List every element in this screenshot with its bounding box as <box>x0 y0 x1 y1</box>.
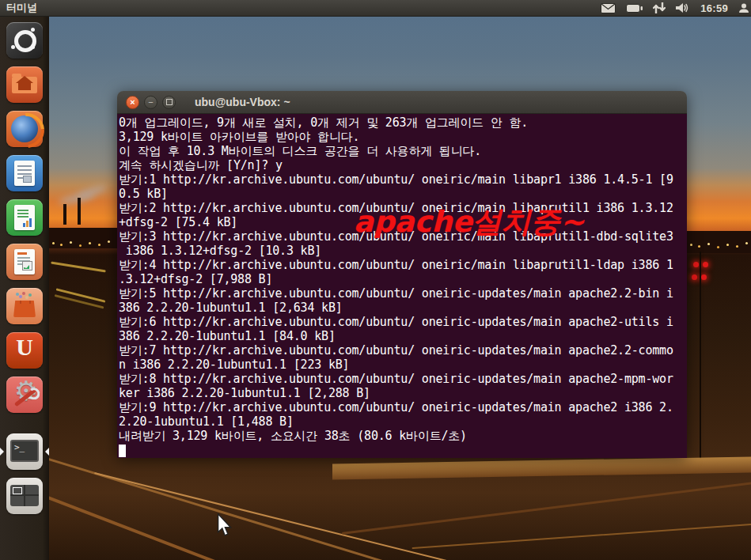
launcher-item-libreoffice-calc[interactable] <box>6 199 43 236</box>
terminal-line: 내려받기 3,129 k바이트, 소요시간 38초 (80.6 k바이트/초) <box>119 429 687 443</box>
lit-track-bed <box>332 456 751 479</box>
terminal-line: 0개 업그레이드, 9개 새로 설치, 0개 제거 및 263개 업그레이드 안… <box>119 115 687 130</box>
volume-icon[interactable] <box>676 2 690 13</box>
watermark-text: apache설치중~ <box>354 202 585 242</box>
launcher-item-workspace-switcher[interactable] <box>6 478 43 514</box>
rail-line <box>412 522 751 549</box>
launcher-item-system-settings[interactable]: ⚙ <box>6 376 43 413</box>
terminal-cursor <box>119 445 126 457</box>
minimize-button[interactable]: − <box>144 96 157 109</box>
launcher-item-libreoffice-writer[interactable] <box>6 155 43 191</box>
ubuntu-one-icon: U <box>6 334 43 361</box>
window-title: ubu@ubu-Vbox: ~ <box>195 96 290 108</box>
network-updown-icon[interactable] <box>653 2 666 13</box>
terminal-line: 2.20-1ubuntu1.1 [1,488 B] <box>119 414 687 429</box>
home-folder-icon <box>12 77 37 93</box>
focused-indicator-icon <box>45 448 49 456</box>
launcher-item-dash-home[interactable] <box>6 22 43 59</box>
battery-icon[interactable] <box>626 4 643 13</box>
terminal-line: 이 작업 후 10.3 M바이트의 디스크 공간을 더 사용하게 됩니다. <box>119 144 687 158</box>
terminal-output[interactable]: 0개 업그레이드, 9개 새로 설치, 0개 제거 및 263개 업그레이드 안… <box>117 114 687 458</box>
terminal-prompt-line <box>119 443 687 457</box>
terminal-window: × − ubu@ubu-Vbox: ~ 0개 업그레이드, 9개 새로 설치, … <box>117 91 687 457</box>
launcher-item-ubuntu-one[interactable]: U <box>6 332 43 369</box>
railway-signal-light <box>703 262 708 267</box>
launcher-item-home-folder[interactable] <box>6 66 43 103</box>
terminal-line: 386 2.2.20-1ubuntu1.1 [2,634 kB] <box>119 301 687 315</box>
software-center-icon <box>16 293 19 296</box>
railway-signal-light <box>693 262 699 267</box>
close-button[interactable]: × <box>126 96 139 109</box>
ubuntu-logo-icon <box>14 30 36 52</box>
maximize-button[interactable] <box>162 96 176 109</box>
firefox-icon <box>11 115 38 142</box>
city-lights <box>52 242 55 244</box>
mail-icon[interactable] <box>601 3 616 13</box>
terminal-lines: 0개 업그레이드, 9개 새로 설치, 0개 제거 및 263개 업그레이드 안… <box>119 115 687 443</box>
watermark-latin: apache <box>354 205 472 239</box>
terminal-line: 받기:6 http://kr.archive.ubuntu.com/ubuntu… <box>119 315 687 329</box>
launcher-item-terminal[interactable]: >_ <box>6 433 43 470</box>
top-panel: 터미널 16:59 <box>0 0 751 17</box>
impress-presentation-icon <box>14 249 35 274</box>
skyline-silhouette <box>49 228 117 248</box>
terminal-line: 받기:5 http://kr.archive.ubuntu.com/ubuntu… <box>119 286 687 301</box>
terminal-icon: >_ <box>10 440 39 462</box>
launcher-item-libreoffice-impress[interactable] <box>6 244 43 280</box>
terminal-line: ker i386 2.2.20-1ubuntu1.1 [2,288 B] <box>119 386 687 400</box>
terminal-line: 0.5 kB] <box>119 187 687 201</box>
calc-spreadsheet-icon <box>14 205 35 230</box>
launcher: U ⚙ >_ <box>0 16 49 560</box>
signal-gantry <box>56 288 106 302</box>
terminal-line: 받기:4 http://kr.archive.ubuntu.com/ubuntu… <box>119 258 687 272</box>
mouse-cursor <box>216 513 233 540</box>
clock[interactable]: 16:59 <box>700 2 728 14</box>
terminal-line: i386 1.3.12+dfsg-2 [10.3 kB] <box>119 244 687 258</box>
user-icon[interactable] <box>738 2 749 13</box>
rail-line <box>342 480 751 535</box>
terminal-line: .3.12+dfsg-2 [7,988 B] <box>119 272 687 286</box>
launcher-item-firefox[interactable] <box>6 111 43 147</box>
indicator-tray: 16:59 <box>601 2 749 14</box>
maximize-icon <box>166 99 173 105</box>
skyline-silhouette <box>687 231 751 253</box>
terminal-line: 받기:7 http://kr.archive.ubuntu.com/ubuntu… <box>119 343 687 358</box>
terminal-line: 받기:8 http://kr.archive.ubuntu.com/ubuntu… <box>119 372 687 386</box>
terminal-titlebar[interactable]: × − ubu@ubu-Vbox: ~ <box>117 91 687 114</box>
smokestack-silhouette <box>78 198 81 225</box>
writer-document-icon <box>14 161 35 186</box>
workspace-switcher-icon <box>10 485 39 506</box>
terminal-line: n i386 2.2.20-1ubuntu1.1 [223 kB] <box>119 358 687 372</box>
city-lights <box>690 244 692 246</box>
terminal-line: 받기:9 http://kr.archive.ubuntu.com/ubuntu… <box>119 400 687 414</box>
running-indicator-icon <box>0 448 4 456</box>
active-app-title: 터미널 <box>6 1 37 15</box>
terminal-line: 계속 하시겠습니까 [Y/n]? y <box>119 158 687 172</box>
terminal-line: 3,129 k바이트 아카이브를 받아야 합니다. <box>119 130 687 144</box>
railway-signal-light <box>701 274 707 280</box>
terminal-line: 받기:1 http://kr.archive.ubuntu.com/ubuntu… <box>119 172 687 187</box>
smokestack-silhouette <box>63 204 66 225</box>
watermark-korean: 설치중~ <box>472 205 585 239</box>
terminal-line: 386 2.2.20-1ubuntu1.1 [84.0 kB] <box>119 329 687 343</box>
launcher-item-ubuntu-software-center[interactable] <box>6 288 43 324</box>
catenary-pole <box>700 252 701 459</box>
railway-signal-light <box>692 274 697 280</box>
signal-gantry <box>51 262 106 273</box>
